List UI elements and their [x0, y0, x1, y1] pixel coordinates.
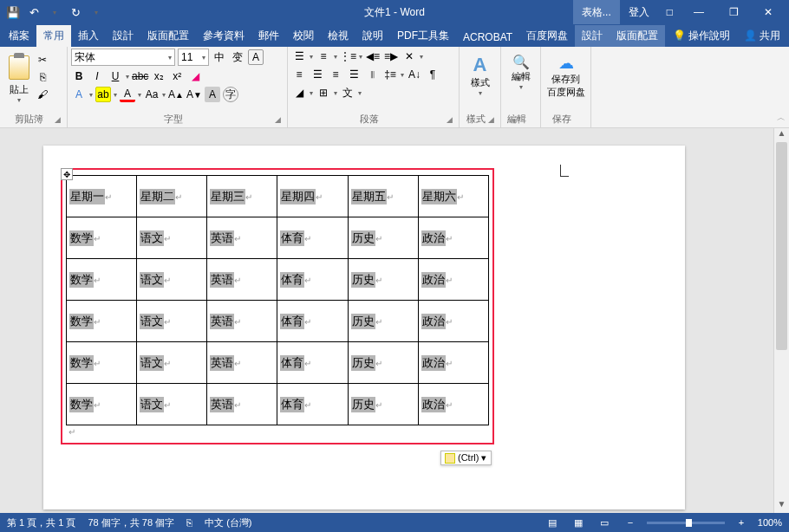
table-cell[interactable]: 历史↵ — [348, 259, 418, 301]
styles-launcher[interactable]: ◢ — [488, 115, 499, 126]
clipboard-launcher[interactable]: ◢ — [55, 115, 65, 126]
table-cell[interactable]: 历史↵ — [348, 384, 418, 425]
case-dd[interactable]: ▾ — [162, 91, 166, 99]
table-cell[interactable]: 政治↵ — [418, 342, 488, 384]
table-cell[interactable]: 政治↵ — [418, 384, 488, 425]
zoom-thumb[interactable] — [686, 519, 692, 527]
schedule-table[interactable]: 星期一↵ 星期二↵ 星期三↵ 星期四↵ 星期五↵ 星期六↵ 数学↵ 语文↵ 英语… — [66, 175, 489, 425]
align-right-button[interactable]: ≡ — [328, 67, 343, 82]
table-row[interactable]: 星期一↵ 星期二↵ 星期三↵ 星期四↵ 星期五↵ 星期六↵ — [67, 176, 489, 217]
table-cell[interactable]: 语文↵ — [137, 217, 207, 259]
bold-button[interactable]: B — [71, 68, 87, 84]
cut-button[interactable]: ✂ — [35, 52, 50, 68]
numbering-button[interactable]: ≡ — [316, 49, 331, 64]
print-layout-button[interactable]: ▦ — [569, 516, 588, 529]
dec-indent-button[interactable]: ◀≡ — [365, 49, 381, 64]
ml-dd[interactable]: ▾ — [359, 53, 362, 61]
scroll-up-button[interactable]: ▲ — [774, 128, 789, 142]
subscript-button[interactable]: x₂ — [151, 68, 166, 84]
table-cell[interactable]: 星期一↵ — [67, 176, 137, 217]
tab-acrobat[interactable]: ACROBAT — [456, 28, 519, 47]
borders-button[interactable]: ⊞ — [316, 85, 331, 101]
zoom-in-button[interactable]: + — [732, 516, 751, 529]
text-direction-button[interactable]: 文 — [340, 85, 355, 101]
zoom-percent[interactable]: 100% — [758, 517, 782, 528]
web-layout-button[interactable]: ▭ — [595, 516, 614, 529]
shading-button[interactable]: ◢ — [291, 85, 307, 101]
line-spacing-button[interactable]: ‡≡ — [382, 67, 398, 82]
tab-references[interactable]: 參考資料 — [196, 25, 251, 47]
table-cell[interactable]: 政治↵ — [418, 259, 488, 301]
superscript-button[interactable]: x² — [169, 68, 185, 84]
effects-dd[interactable]: ▾ — [89, 91, 93, 99]
font-color-button[interactable]: A — [120, 87, 135, 102]
tab-table-design[interactable]: 設計 — [575, 25, 610, 47]
scroll-thumb[interactable] — [776, 142, 787, 350]
bullets-dd[interactable]: ▾ — [310, 53, 313, 61]
zoom-slider[interactable] — [647, 522, 725, 524]
window-close-button[interactable]: ✕ — [751, 0, 786, 24]
bullets-button[interactable]: ☰ — [291, 49, 307, 64]
strike-button[interactable]: abc — [132, 68, 148, 84]
table-cell[interactable]: 语文↵ — [137, 259, 207, 301]
phonetic-button[interactable]: 变 — [230, 49, 245, 65]
grow-font-button[interactable]: 中 — [212, 49, 227, 65]
read-mode-button[interactable]: ▤ — [543, 516, 562, 529]
table-cell[interactable]: 英语↵ — [207, 342, 277, 384]
underline-button[interactable]: U — [108, 68, 123, 84]
tab-view[interactable]: 檢視 — [321, 25, 355, 47]
font-size-combo[interactable]: 11▾ — [178, 49, 209, 66]
table-cell[interactable]: 体育↵ — [277, 384, 348, 425]
table-row[interactable]: 数学↵ 语文↵ 英语↵ 体育↵ 历史↵ 政治↵ — [67, 217, 489, 259]
table-cell[interactable]: 语文↵ — [137, 384, 207, 425]
styles-button[interactable]: A 樣式 ▾ — [463, 49, 497, 111]
font-name-combo[interactable]: 宋体▾ — [71, 49, 175, 66]
tab-home[interactable]: 常用 — [36, 25, 71, 47]
share-button[interactable]: 👤共用 — [737, 29, 787, 43]
tab-help[interactable]: 說明 — [355, 25, 390, 47]
show-marks-button[interactable]: ¶ — [425, 67, 440, 82]
table-cell[interactable]: 数学↵ — [67, 259, 137, 301]
al-dd[interactable]: ▾ — [420, 53, 423, 61]
clear-format-button[interactable]: ◢ — [187, 68, 203, 84]
tab-insert[interactable]: 插入 — [71, 25, 106, 47]
scroll-down-button[interactable]: ▼ — [774, 499, 789, 513]
qat-redo-button[interactable]: ↻ — [66, 3, 85, 22]
tab-mailings[interactable]: 郵件 — [251, 25, 286, 47]
table-cell[interactable]: 数学↵ — [67, 342, 137, 384]
table-cell[interactable]: 英语↵ — [207, 384, 277, 425]
enclose-char-button[interactable]: 字 — [223, 87, 238, 102]
table-cell[interactable]: 星期四↵ — [277, 176, 348, 217]
table-cell[interactable]: 体育↵ — [277, 301, 348, 342]
paragraph-launcher[interactable]: ◢ — [447, 115, 457, 126]
table-cell[interactable]: 历史↵ — [348, 217, 418, 259]
font-launcher[interactable]: ◢ — [275, 115, 285, 126]
table-cell[interactable]: 历史↵ — [348, 301, 418, 342]
align-center-button[interactable]: ☰ — [310, 67, 325, 82]
tab-table-layout[interactable]: 版面配置 — [610, 25, 665, 47]
highlight-button[interactable]: ab — [95, 87, 111, 102]
save-baidu-button[interactable]: ☁ 保存到 百度网盘 — [544, 49, 587, 111]
num-dd[interactable]: ▾ — [334, 53, 337, 61]
tab-file[interactable]: 檔案 — [2, 25, 36, 47]
table-cell[interactable]: 星期二↵ — [137, 176, 207, 217]
text-effects-button[interactable]: A — [71, 87, 87, 102]
change-case-button[interactable]: Aa — [144, 87, 160, 102]
window-minimize-button[interactable]: — — [681, 0, 716, 24]
underline-dd[interactable]: ▾ — [126, 73, 129, 81]
char-shading-button[interactable]: A — [205, 87, 220, 102]
spelling-icon[interactable]: ⎘ — [186, 517, 192, 528]
table-cell[interactable]: 政治↵ — [418, 301, 488, 342]
table-cell[interactable]: 语文↵ — [137, 301, 207, 342]
distribute-button[interactable]: ⫴ — [364, 67, 380, 82]
vertical-scrollbar[interactable]: ▲ ▼ — [773, 128, 789, 513]
tab-layout[interactable]: 版面配置 — [140, 25, 196, 47]
table-row[interactable]: 数学↵ 语文↵ 英语↵ 体育↵ 历史↵ 政治↵ — [67, 342, 489, 384]
table-cell[interactable]: 星期五↵ — [348, 176, 418, 217]
table-cell[interactable]: 政治↵ — [418, 217, 488, 259]
td-dd[interactable]: ▾ — [358, 89, 362, 97]
multilevel-button[interactable]: ⋮≡ — [340, 49, 356, 64]
document-scroll[interactable]: ✥ 星期一↵ 星期二↵ 星期三↵ 星期四↵ 星期五↵ 星期六↵ 数学↵ 语文↵ … — [0, 128, 773, 513]
tab-design[interactable]: 設計 — [106, 25, 140, 47]
qat-customize[interactable]: ▾ — [87, 3, 106, 22]
